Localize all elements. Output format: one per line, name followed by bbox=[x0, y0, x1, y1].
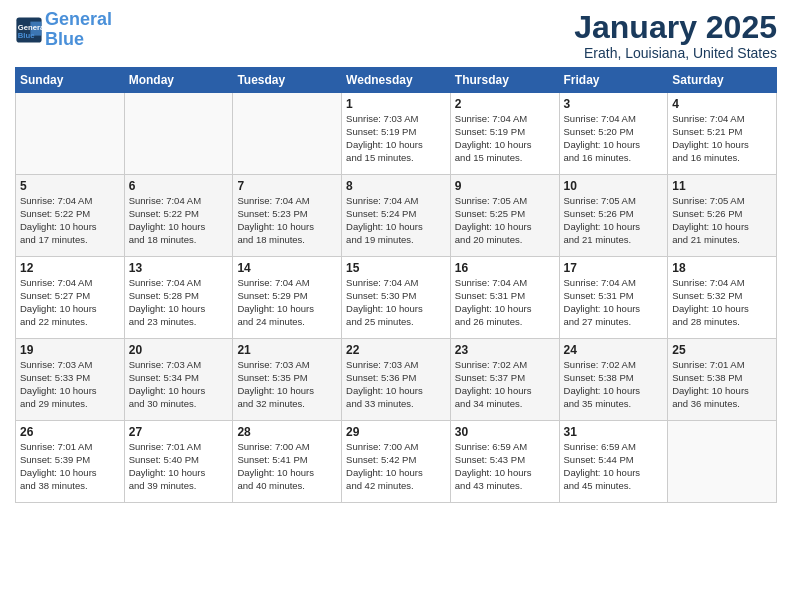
header-row-days: SundayMondayTuesdayWednesdayThursdayFrid… bbox=[16, 68, 777, 93]
calendar-cell: 14Sunrise: 7:04 AMSunset: 5:29 PMDayligh… bbox=[233, 257, 342, 339]
cell-info: Sunrise: 7:01 AM bbox=[20, 441, 120, 454]
day-header-sunday: Sunday bbox=[16, 68, 125, 93]
day-number: 17 bbox=[564, 261, 664, 275]
calendar-cell: 22Sunrise: 7:03 AMSunset: 5:36 PMDayligh… bbox=[342, 339, 451, 421]
day-number: 30 bbox=[455, 425, 555, 439]
cell-info: Daylight: 10 hours bbox=[346, 221, 446, 234]
cell-info: and 27 minutes. bbox=[564, 316, 664, 329]
svg-text:Blue: Blue bbox=[18, 31, 35, 40]
calendar-subtitle: Erath, Louisiana, United States bbox=[574, 45, 777, 61]
cell-info: and 35 minutes. bbox=[564, 398, 664, 411]
cell-info: Sunrise: 7:02 AM bbox=[564, 359, 664, 372]
cell-info: Sunset: 5:28 PM bbox=[129, 290, 229, 303]
cell-info: Sunset: 5:31 PM bbox=[564, 290, 664, 303]
day-number: 15 bbox=[346, 261, 446, 275]
cell-info: Sunset: 5:36 PM bbox=[346, 372, 446, 385]
calendar-cell: 20Sunrise: 7:03 AMSunset: 5:34 PMDayligh… bbox=[124, 339, 233, 421]
cell-info: and 23 minutes. bbox=[129, 316, 229, 329]
day-number: 28 bbox=[237, 425, 337, 439]
cell-info: Sunrise: 7:00 AM bbox=[346, 441, 446, 454]
cell-info: Sunrise: 7:04 AM bbox=[129, 277, 229, 290]
day-number: 29 bbox=[346, 425, 446, 439]
cell-info: Sunrise: 6:59 AM bbox=[564, 441, 664, 454]
cell-info: Sunset: 5:43 PM bbox=[455, 454, 555, 467]
cell-info: Sunset: 5:38 PM bbox=[564, 372, 664, 385]
svg-text:General: General bbox=[18, 23, 43, 32]
cell-info: Sunrise: 7:04 AM bbox=[129, 195, 229, 208]
calendar-cell: 3Sunrise: 7:04 AMSunset: 5:20 PMDaylight… bbox=[559, 93, 668, 175]
day-number: 21 bbox=[237, 343, 337, 357]
cell-info: Daylight: 10 hours bbox=[455, 467, 555, 480]
day-number: 22 bbox=[346, 343, 446, 357]
cell-info: and 42 minutes. bbox=[346, 480, 446, 493]
cell-info: and 43 minutes. bbox=[455, 480, 555, 493]
cell-info: Sunrise: 7:04 AM bbox=[455, 113, 555, 126]
cell-info: and 39 minutes. bbox=[129, 480, 229, 493]
calendar-cell bbox=[16, 93, 125, 175]
cell-info: Sunset: 5:22 PM bbox=[129, 208, 229, 221]
cell-info: Daylight: 10 hours bbox=[672, 139, 772, 152]
cell-info: Daylight: 10 hours bbox=[455, 303, 555, 316]
cell-info: and 28 minutes. bbox=[672, 316, 772, 329]
calendar-cell: 11Sunrise: 7:05 AMSunset: 5:26 PMDayligh… bbox=[668, 175, 777, 257]
cell-info: Sunset: 5:41 PM bbox=[237, 454, 337, 467]
day-number: 11 bbox=[672, 179, 772, 193]
cell-info: Daylight: 10 hours bbox=[672, 385, 772, 398]
cell-info: and 16 minutes. bbox=[564, 152, 664, 165]
week-row-2: 12Sunrise: 7:04 AMSunset: 5:27 PMDayligh… bbox=[16, 257, 777, 339]
cell-info: and 20 minutes. bbox=[455, 234, 555, 247]
cell-info: Daylight: 10 hours bbox=[564, 467, 664, 480]
calendar-cell: 5Sunrise: 7:04 AMSunset: 5:22 PMDaylight… bbox=[16, 175, 125, 257]
cell-info: and 17 minutes. bbox=[20, 234, 120, 247]
cell-info: and 36 minutes. bbox=[672, 398, 772, 411]
day-number: 6 bbox=[129, 179, 229, 193]
day-header-monday: Monday bbox=[124, 68, 233, 93]
cell-info: Daylight: 10 hours bbox=[20, 221, 120, 234]
cell-info: Sunrise: 7:03 AM bbox=[346, 113, 446, 126]
cell-info: Daylight: 10 hours bbox=[564, 221, 664, 234]
cell-info: Sunrise: 7:05 AM bbox=[672, 195, 772, 208]
cell-info: and 25 minutes. bbox=[346, 316, 446, 329]
calendar-cell: 8Sunrise: 7:04 AMSunset: 5:24 PMDaylight… bbox=[342, 175, 451, 257]
calendar-title: January 2025 bbox=[574, 10, 777, 45]
cell-info: Daylight: 10 hours bbox=[455, 221, 555, 234]
calendar-cell: 17Sunrise: 7:04 AMSunset: 5:31 PMDayligh… bbox=[559, 257, 668, 339]
calendar-cell: 18Sunrise: 7:04 AMSunset: 5:32 PMDayligh… bbox=[668, 257, 777, 339]
cell-info: Sunrise: 7:05 AM bbox=[564, 195, 664, 208]
logo-icon: General Blue bbox=[15, 16, 43, 44]
logo-line2: Blue bbox=[45, 29, 84, 49]
cell-info: Sunrise: 7:04 AM bbox=[346, 195, 446, 208]
day-number: 26 bbox=[20, 425, 120, 439]
day-number: 12 bbox=[20, 261, 120, 275]
cell-info: Sunset: 5:19 PM bbox=[346, 126, 446, 139]
week-row-0: 1Sunrise: 7:03 AMSunset: 5:19 PMDaylight… bbox=[16, 93, 777, 175]
day-number: 1 bbox=[346, 97, 446, 111]
calendar-cell: 26Sunrise: 7:01 AMSunset: 5:39 PMDayligh… bbox=[16, 421, 125, 503]
cell-info: Daylight: 10 hours bbox=[237, 385, 337, 398]
calendar-cell: 30Sunrise: 6:59 AMSunset: 5:43 PMDayligh… bbox=[450, 421, 559, 503]
cell-info: and 22 minutes. bbox=[20, 316, 120, 329]
cell-info: Sunrise: 7:01 AM bbox=[129, 441, 229, 454]
day-number: 19 bbox=[20, 343, 120, 357]
cell-info: Sunrise: 7:01 AM bbox=[672, 359, 772, 372]
cell-info: Daylight: 10 hours bbox=[455, 139, 555, 152]
calendar-cell: 25Sunrise: 7:01 AMSunset: 5:38 PMDayligh… bbox=[668, 339, 777, 421]
cell-info: Daylight: 10 hours bbox=[20, 303, 120, 316]
cell-info: Sunrise: 7:04 AM bbox=[455, 277, 555, 290]
main-container: General Blue General Blue January 2025 E… bbox=[0, 0, 792, 513]
cell-info: Sunrise: 7:03 AM bbox=[237, 359, 337, 372]
cell-info: Sunset: 5:34 PM bbox=[129, 372, 229, 385]
calendar-cell: 28Sunrise: 7:00 AMSunset: 5:41 PMDayligh… bbox=[233, 421, 342, 503]
cell-info: and 21 minutes. bbox=[672, 234, 772, 247]
day-number: 9 bbox=[455, 179, 555, 193]
cell-info: Daylight: 10 hours bbox=[346, 303, 446, 316]
cell-info: and 24 minutes. bbox=[237, 316, 337, 329]
cell-info: Sunrise: 7:04 AM bbox=[20, 195, 120, 208]
day-header-saturday: Saturday bbox=[668, 68, 777, 93]
cell-info: and 26 minutes. bbox=[455, 316, 555, 329]
cell-info: Sunset: 5:21 PM bbox=[672, 126, 772, 139]
calendar-cell: 6Sunrise: 7:04 AMSunset: 5:22 PMDaylight… bbox=[124, 175, 233, 257]
calendar-cell: 12Sunrise: 7:04 AMSunset: 5:27 PMDayligh… bbox=[16, 257, 125, 339]
cell-info: and 38 minutes. bbox=[20, 480, 120, 493]
cell-info: Sunset: 5:31 PM bbox=[455, 290, 555, 303]
